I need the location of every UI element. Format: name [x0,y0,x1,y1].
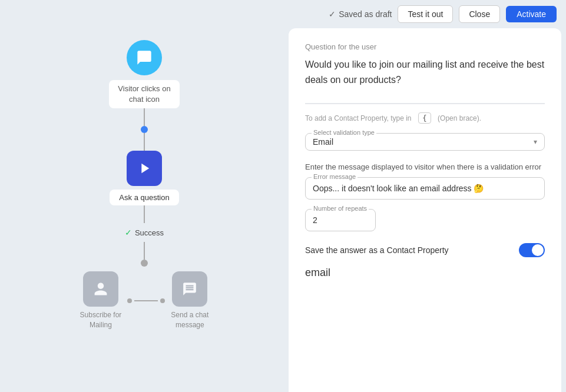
arrow-right-icon [136,160,153,177]
arrow-connector [127,298,165,303]
top-bar: ✓ Saved as draft Test it out Close Activ… [0,0,566,28]
save-answer-row: Save the answer as a Contact Property [305,243,545,257]
section-label: Question for the user [305,42,545,51]
dot-sm-2 [160,298,165,303]
brace-hint: { [418,112,431,124]
close-button[interactable]: Close [459,5,500,23]
subscribe-icon [83,271,118,307]
success-label: ✓ Success [125,228,164,237]
connector-dot-1 [141,126,148,133]
flow-panel: Visitor clicks on chat icon Ask a questi… [0,28,289,392]
chat-msg-icon [172,271,207,307]
connector-dot-2 [141,260,148,267]
person-icon [93,281,108,297]
right-panel: Question for the user Would you like to … [289,28,561,392]
connector-line-1 [144,108,145,126]
save-answer-toggle[interactable] [519,243,545,257]
validation-select-value: Email ▾ [313,137,537,147]
validation-select-label: Select validation type [312,129,376,136]
error-message-value: Oops... it doesn't look like an email ad… [313,184,537,193]
chat-message-node[interactable]: Send a chat message [171,271,208,330]
subscribe-node[interactable]: Subscribe for Mailing [80,271,122,330]
chat-icon [182,281,197,297]
repeats-value: 2 [313,215,368,225]
arrow-line [134,300,158,301]
chat-message-label: Send a chat message [171,310,208,330]
connector-line-4 [144,242,145,260]
main-content: Visitor clicks on chat icon Ask a questi… [0,28,566,392]
question-textarea[interactable]: Would you like to join our mailing list … [305,57,545,104]
ask-question-label: Ask a question [110,190,178,205]
test-it-out-button[interactable]: Test it out [398,5,453,23]
success-check-icon: ✓ [125,228,132,237]
repeats-label: Number of repeats [312,205,369,212]
activate-button[interactable]: Activate [506,6,557,22]
connector-line-3 [144,205,145,223]
saved-draft-status: ✓ Saved as draft [329,9,392,19]
bottom-nodes: Subscribe for Mailing Send a cha [80,271,209,330]
connector-line-2 [144,133,145,151]
hint-text: To add a Contact Property, type in { (Op… [305,112,545,124]
chat-bubble-icon [136,49,153,66]
validation-error-hint: Enter the message displayed to visitor w… [305,162,545,171]
property-label: email [305,267,545,279]
subscribe-label: Subscribe for Mailing [80,310,122,330]
dot-sm-1 [127,298,132,303]
error-message-field[interactable]: Error message Oops... it doesn't look li… [305,177,545,200]
ask-question-node[interactable] [127,151,162,186]
error-message-label: Error message [312,173,358,180]
repeats-field[interactable]: Number of repeats 2 [305,209,376,231]
visitor-chat-icon-node[interactable] [127,40,162,75]
check-icon: ✓ [329,9,336,19]
save-answer-label: Save the answer as a Contact Property [305,245,449,255]
validation-select[interactable]: Select validation type Email ▾ [305,133,545,151]
saved-draft-label: Saved as draft [339,9,392,19]
toggle-knob [532,244,544,256]
visitor-node-label: Visitor clicks on chat icon [109,80,180,108]
flow-container: Visitor clicks on chat icon Ask a questi… [80,40,209,330]
chevron-down-icon: ▾ [534,138,537,146]
